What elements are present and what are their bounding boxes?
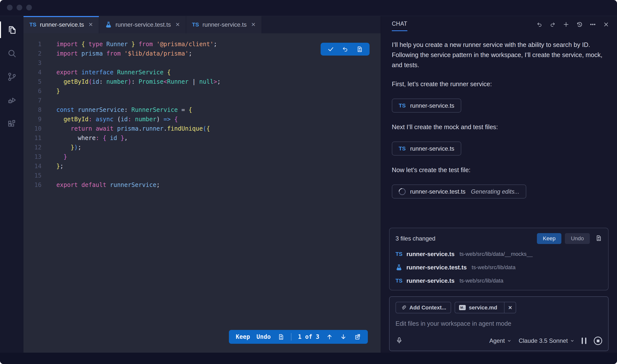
model-dropdown[interactable]: Claude 3.5 Sonnet <box>519 337 574 344</box>
line-number: 11 <box>23 133 42 143</box>
traffic-light-minimize[interactable] <box>17 5 22 10</box>
changed-file-row[interactable]: runner-service.test.tsts-web/src/lib/dat… <box>390 261 608 274</box>
undo-button[interactable]: Undo <box>257 332 271 342</box>
line-number: 7 <box>23 96 42 105</box>
traffic-light-zoom[interactable] <box>26 5 32 10</box>
file-chip[interactable]: TSrunner-service.ts <box>392 142 461 156</box>
line-number: 14 <box>23 162 42 171</box>
typescript-file-icon: TS <box>29 21 36 28</box>
code-line[interactable]: 9 getById: async (id: number) => { <box>23 115 381 124</box>
activity-bar-item-source-control[interactable] <box>0 65 23 88</box>
workbench: TSrunner-service.ts✕runner-service.test.… <box>0 16 617 353</box>
code-line[interactable]: 13 } <box>23 152 381 162</box>
code-editor[interactable]: 1import { type Runner } from '@prisma/cl… <box>23 33 381 353</box>
code-line[interactable]: 4export interface RunnerService { <box>23 68 381 77</box>
close-icon[interactable] <box>603 21 610 28</box>
code-line[interactable]: 11 where: { id }, <box>23 133 381 143</box>
keep-all-button[interactable]: Keep <box>537 233 561 244</box>
activity-bar-item-extensions[interactable] <box>0 112 23 135</box>
code-line-text <box>42 171 56 180</box>
code-line[interactable]: 14}; <box>23 162 381 171</box>
remove-attachment-icon[interactable]: ✕ <box>504 302 516 313</box>
diff-document-icon[interactable] <box>277 333 285 341</box>
editor-tab-2[interactable]: runner-service.test.ts✕ <box>99 16 186 33</box>
window-controls <box>7 5 32 10</box>
code-line[interactable]: 8const runnerService: RunnerService = { <box>23 105 381 115</box>
line-number: 8 <box>23 105 42 115</box>
view-diff-icon[interactable] <box>595 234 602 243</box>
microphone-icon[interactable] <box>396 336 403 346</box>
file-chip-label: runner-service.ts <box>410 145 454 152</box>
history-icon[interactable] <box>576 21 583 28</box>
more-icon[interactable] <box>589 21 596 28</box>
chat-panel: CHAT I’ll help you create a new runner s… <box>381 16 617 353</box>
code-line[interactable]: 7 <box>23 96 381 105</box>
arrow-up-icon[interactable] <box>326 333 333 341</box>
tab-label: runner-service.ts <box>202 21 247 28</box>
inline-suggestion-toolbar <box>321 43 370 56</box>
changed-file-path: ts-web/src/lib/data <box>472 264 515 271</box>
mode-label: Agent <box>489 337 505 344</box>
vscode-window: TSrunner-service.ts✕runner-service.test.… <box>0 0 617 364</box>
new-chat-icon[interactable] <box>563 21 570 28</box>
arrow-down-icon[interactable] <box>340 333 347 341</box>
redo-icon[interactable] <box>549 21 556 28</box>
line-number: 4 <box>23 68 42 77</box>
chat-tab[interactable]: CHAT <box>392 20 407 31</box>
code-line-text: getById: async (id: number) => { <box>42 115 178 124</box>
chat-panel-header: CHAT <box>381 16 617 32</box>
code-line[interactable]: 15 <box>23 171 381 180</box>
activity-bar-item-explorer[interactable] <box>0 18 23 41</box>
generating-status: Generating edits... <box>471 188 519 195</box>
undo-icon[interactable] <box>536 21 543 28</box>
activity-bar-item-run-debug[interactable] <box>0 88 23 112</box>
editor-tab-3[interactable]: TSrunner-service.ts✕ <box>186 16 262 33</box>
undo-icon[interactable] <box>341 45 349 53</box>
file-progress-chip[interactable]: runner-service.test.tsGenerating edits..… <box>392 184 526 199</box>
change-navigation <box>326 333 361 341</box>
code-line[interactable]: 5 getById(id: number): Promise<Runner | … <box>23 77 381 86</box>
code-line[interactable]: 12 }); <box>23 143 381 152</box>
typescript-file-icon: TS <box>396 278 402 284</box>
undo-all-button[interactable]: Undo <box>565 233 590 244</box>
tab-close-icon[interactable]: ✕ <box>251 21 256 28</box>
tab-close-icon[interactable]: ✕ <box>88 21 93 28</box>
code-line[interactable]: 3 <box>23 58 381 68</box>
add-context-label: Add Context... <box>409 304 446 311</box>
pause-button[interactable] <box>582 338 586 344</box>
chat-input-box[interactable]: Add Context... M↓ service.md ✕ Edit file… <box>389 296 609 351</box>
line-number: 6 <box>23 86 42 96</box>
changed-file-row[interactable]: TSrunner-service.tsts-web/src/lib/data <box>390 274 608 287</box>
files-icon <box>7 25 17 35</box>
typescript-file-icon: TS <box>192 21 199 28</box>
code-line[interactable]: 16export default runnerService; <box>23 180 381 190</box>
traffic-light-close[interactable] <box>7 5 13 10</box>
activity-bar-item-search[interactable] <box>0 41 23 65</box>
add-context-button[interactable]: Add Context... <box>396 302 451 313</box>
changed-file-row[interactable]: TSrunner-service.tsts-web/src/lib/data/_… <box>390 247 608 261</box>
attachment-chip[interactable]: M↓ service.md ✕ <box>455 302 516 313</box>
check-icon[interactable] <box>327 45 334 53</box>
beaker-icon <box>396 264 402 271</box>
search-icon <box>7 48 17 59</box>
editor-tab-1[interactable]: TSrunner-service.ts✕ <box>23 16 99 33</box>
chat-input-placeholder[interactable]: Edit files in your workspace in agent mo… <box>396 320 602 327</box>
mode-dropdown[interactable]: Agent <box>489 337 511 344</box>
tab-close-icon[interactable]: ✕ <box>175 21 180 28</box>
open-diff-icon[interactable] <box>353 333 361 341</box>
chat-message-list: I’ll help you create a new runner servic… <box>392 40 606 208</box>
beaker-icon <box>105 21 112 28</box>
file-chip[interactable]: TSrunner-service.ts <box>392 99 461 113</box>
keep-button[interactable]: Keep <box>236 332 250 342</box>
code-line-text: export default runnerService; <box>42 180 160 190</box>
code-line[interactable]: 6} <box>23 86 381 96</box>
code-line[interactable]: 10 return await prisma.runner.findUnique… <box>23 124 381 133</box>
code-line-text: }); <box>42 143 81 152</box>
diff-document-icon[interactable] <box>356 45 363 53</box>
stop-button[interactable] <box>594 337 602 345</box>
titlebar <box>0 0 617 16</box>
changed-file-name: runner-service.ts <box>406 251 455 258</box>
line-number: 9 <box>23 115 42 124</box>
line-number: 1 <box>23 40 42 49</box>
diff-document-icon[interactable] <box>595 234 602 242</box>
